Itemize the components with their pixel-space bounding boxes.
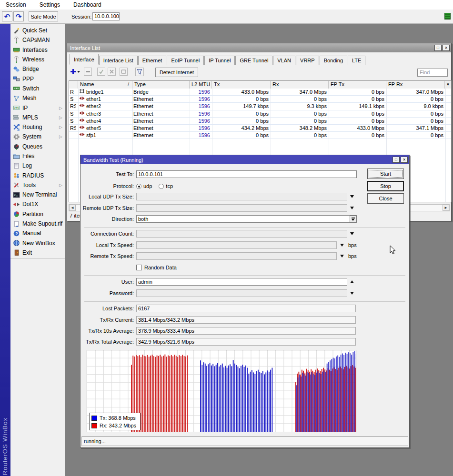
local_tx_speed-field[interactable] <box>136 241 337 249</box>
lost_packets-field[interactable]: 6167 <box>136 305 356 312</box>
dropdown-arrow-icon[interactable] <box>340 244 344 247</box>
close-icon[interactable]: ✕ <box>401 157 408 163</box>
sidebar-item-ppp[interactable]: PPP <box>10 74 65 83</box>
close-button[interactable]: Close <box>367 193 404 204</box>
remote_udp_tx_size-field[interactable] <box>136 204 347 212</box>
radio-tcp[interactable] <box>159 184 164 189</box>
filter-icon[interactable] <box>135 68 144 76</box>
sidebar-item-switch[interactable]: Switch <box>10 84 65 93</box>
table-row-bridge1[interactable]: Rbridge1Bridge1596433.0 Mbps347.0 Mbps0 … <box>69 89 451 96</box>
radio-udp[interactable] <box>136 184 141 189</box>
sidebar-item-log[interactable]: Log <box>10 161 65 170</box>
tab-eoip-tunnel[interactable]: EoIP Tunnel <box>167 56 204 65</box>
menu-dashboard[interactable]: Dashboard <box>73 1 101 8</box>
sidebar-item-wireless[interactable]: Wireless <box>10 55 65 64</box>
sidebar-item-exit[interactable]: Exit <box>10 248 65 258</box>
sidebar-item-dot1x[interactable]: Dot1X <box>10 199 65 209</box>
find-input[interactable]: Find <box>417 69 448 77</box>
bandwidth-test-titlebar[interactable]: Bandwidth Test (Running) □ ✕ <box>81 155 409 164</box>
add-button[interactable] <box>70 68 81 76</box>
sidebar-item-manual[interactable]: ?Manual <box>10 228 65 238</box>
sidebar-item-queues[interactable]: Queues <box>10 142 65 151</box>
dropdown-arrow-icon[interactable] <box>350 195 354 198</box>
detect-internet-button[interactable]: Detect Internet <box>155 68 198 77</box>
sidebar-item-quick-set[interactable]: Quick Set <box>10 26 65 35</box>
comment-button[interactable] <box>120 68 128 76</box>
sidebar-item-radius[interactable]: RADIUS <box>10 170 65 180</box>
dropdown-arrow-icon[interactable] <box>350 207 354 209</box>
sidebar-item-partition[interactable]: Partition <box>10 209 65 219</box>
tab-ip-tunnel[interactable]: IP Tunnel <box>204 56 235 65</box>
sidebar-item-tools[interactable]: Tools▷ <box>10 180 65 190</box>
sidebar-item-new-winbox[interactable]: New WinBox <box>10 238 65 248</box>
session-input[interactable]: 10.0.0.100 <box>92 12 120 20</box>
remote_tx_speed-field[interactable] <box>136 252 337 260</box>
sidebar-item-routing[interactable]: Routing▷ <box>10 122 65 132</box>
direction-field[interactable]: both <box>136 215 357 223</box>
sidebar-item-system[interactable]: System▷ <box>10 132 65 141</box>
menu-session[interactable]: Session <box>6 1 26 8</box>
table-row-ether5[interactable]: RSether5Ethernet1596434.2 Mbps348.2 Mbps… <box>69 125 451 132</box>
column-header-fp-tx[interactable]: FP Tx <box>329 81 386 89</box>
enable-button[interactable] <box>97 68 105 76</box>
tab-vrrp[interactable]: VRRP <box>296 56 319 65</box>
txrx_10s_average-field[interactable]: 378.9 Mbps/333.4 Mbps <box>136 327 356 335</box>
sidebar-item-mesh[interactable]: Mesh <box>10 93 65 103</box>
sidebar-item-ip[interactable]: 255IP▷ <box>10 103 65 112</box>
stop-button[interactable]: Stop <box>367 181 404 191</box>
column-header-type[interactable]: Type <box>132 81 190 89</box>
txrx_total_average-field[interactable]: 342.9 Mbps/321.6 Mbps <box>136 338 356 346</box>
maximize-icon[interactable]: □ <box>393 157 400 163</box>
table-row-ether1[interactable]: Sether1Ethernet15960 bps0 bps0 bps0 bps <box>69 96 451 103</box>
sidebar-item-capsman[interactable]: CAPsMAN <box>10 35 65 45</box>
tab-gre-tunnel[interactable]: GRE Tunnel <box>235 56 272 65</box>
table-row-sfp1[interactable]: sfp1Ethernet15960 bps0 bps0 bps0 bps <box>69 132 451 139</box>
sidebar-item-files[interactable]: Files <box>10 151 65 161</box>
random-data-checkbox[interactable] <box>136 265 142 270</box>
table-row-ether2[interactable]: RSether2Ethernet1596149.7 kbps9.3 kbps14… <box>69 103 451 110</box>
table-row-ether4[interactable]: Sether4Ethernet15960 bps0 bps0 bps0 bps <box>69 118 451 125</box>
up-arrow-icon[interactable] <box>350 280 354 283</box>
tab-bonding[interactable]: Bonding <box>320 56 347 65</box>
direction-spinner-icon[interactable] <box>350 216 356 222</box>
test_to-field[interactable]: 10.0.0.101 <box>136 170 357 178</box>
tab-interface-list[interactable]: Interface List <box>99 56 138 65</box>
scroll-right-icon[interactable]: ► <box>443 205 449 211</box>
maximize-icon[interactable]: □ <box>434 45 442 51</box>
txrx_current-field[interactable]: 381.4 Mbps/343.2 Mbps <box>136 316 356 324</box>
column-header-rx[interactable]: Rx <box>271 81 329 89</box>
dropdown-arrow-icon[interactable] <box>350 292 354 295</box>
column-select-icon[interactable]: ▼ <box>444 81 451 89</box>
sidebar-item-interfaces[interactable]: Interfaces <box>10 45 65 55</box>
dropdown-arrow-icon[interactable] <box>340 255 344 258</box>
user-field[interactable]: admin <box>136 278 347 286</box>
tab-interface[interactable]: Interface <box>70 54 99 65</box>
sidebar-item-mpls[interactable]: MPLS▷ <box>10 113 65 122</box>
remove-button[interactable] <box>84 68 92 76</box>
column-header-fp-rx[interactable]: FP Rx <box>386 81 445 89</box>
disable-button[interactable] <box>108 68 116 76</box>
start-button[interactable]: Start <box>367 169 404 179</box>
password-field[interactable] <box>136 289 347 297</box>
redo-button[interactable]: ↷ <box>13 11 24 21</box>
tab-lte[interactable]: LTE <box>348 56 365 65</box>
interface-list-titlebar[interactable]: Interface List □ ✕ <box>67 43 451 52</box>
tab-vlan[interactable]: VLAN <box>273 56 295 65</box>
connection_count-field[interactable] <box>136 230 347 238</box>
sidebar-item-make-supout-rif[interactable]: Make Supout.rif <box>10 219 65 228</box>
sidebar-item-new-terminal[interactable]: New Terminal <box>10 190 65 199</box>
table-row-ether3[interactable]: Sether3Ethernet15960 bps0 bps0 bps0 bps <box>69 110 451 118</box>
close-icon[interactable]: ✕ <box>443 45 450 51</box>
column-header-name[interactable]: Name/ <box>78 81 132 89</box>
undo-button[interactable]: ↶ <box>2 11 12 21</box>
column-header-l2-mtu[interactable]: L2 MTU <box>190 81 212 89</box>
sidebar-item-bridge[interactable]: Bridge <box>10 64 65 74</box>
menu-settings[interactable]: Settings <box>40 1 60 8</box>
safe-mode-button[interactable]: Safe Mode <box>29 11 58 21</box>
tab-ethernet[interactable]: Ethernet <box>138 56 167 65</box>
scroll-left-icon[interactable]: ◄ <box>69 205 76 211</box>
dropdown-arrow-icon[interactable] <box>350 232 354 235</box>
column-header-tx[interactable]: Tx <box>212 81 271 89</box>
local_udp_tx_size-field[interactable] <box>136 193 347 200</box>
column-header-flags[interactable] <box>69 81 78 89</box>
